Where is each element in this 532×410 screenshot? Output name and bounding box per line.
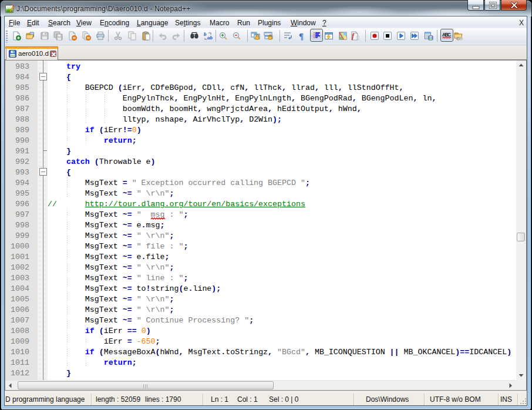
svg-text:¶: ¶ (299, 32, 304, 41)
svg-text:b: b (204, 31, 207, 37)
svg-text:ABC: ABC (442, 32, 451, 38)
svg-text:ab: ab (207, 35, 213, 41)
svg-text:{}: {} (355, 35, 360, 40)
